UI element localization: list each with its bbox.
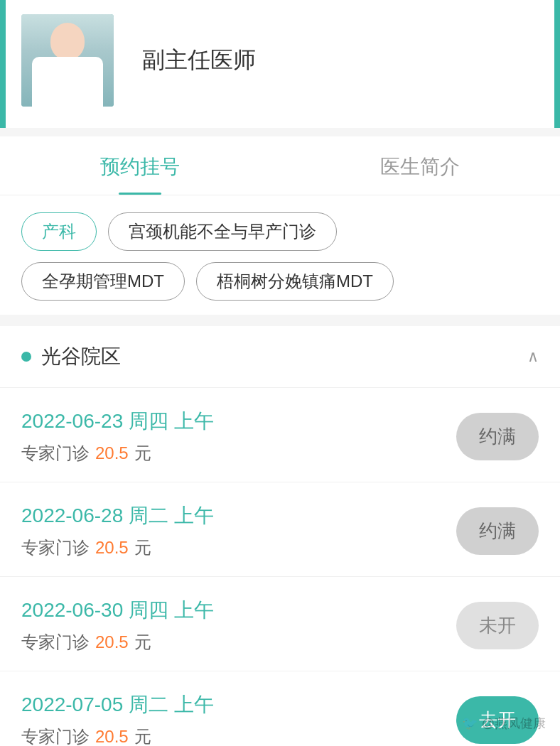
specialty-row-1: 产科 宫颈机能不全与早产门诊 bbox=[21, 212, 539, 251]
appointment-type: 专家门诊 bbox=[21, 442, 90, 465]
doctor-card: 副主任医师 bbox=[0, 0, 560, 128]
appointment-detail: 专家门诊 20.5 元 bbox=[21, 631, 456, 654]
specialties-section: 产科 宫颈机能不全与早产门诊 全孕期管理MDT 梧桐树分娩镇痛MDT bbox=[0, 195, 560, 315]
appointment-detail: 专家门诊 20.5 元 bbox=[21, 725, 456, 746]
hospital-status-dot bbox=[21, 352, 31, 362]
appointment-list: 2022-06-23 周四 上午 专家门诊 20.5 元 约满 2022-06-… bbox=[0, 388, 560, 746]
appointment-date: 2022-07-05 周二 上午 bbox=[21, 691, 456, 718]
appointment-type: 专家门诊 bbox=[21, 725, 90, 746]
appointment-price: 20.5 bbox=[95, 443, 129, 463]
appointment-unit: 元 bbox=[134, 536, 151, 559]
appointment-unit: 元 bbox=[134, 442, 151, 465]
tab-bar: 预约挂号 医生简介 bbox=[0, 136, 560, 195]
doctor-title: 副主任医师 bbox=[142, 45, 256, 76]
appointment-info: 2022-07-05 周二 上午 专家门诊 20.5 元 bbox=[21, 691, 456, 746]
full-button[interactable]: 约满 bbox=[456, 413, 539, 460]
appointment-date: 2022-06-28 周二 上午 bbox=[21, 502, 456, 529]
doctor-avatar-image bbox=[21, 14, 114, 107]
appointment-detail: 专家门诊 20.5 元 bbox=[21, 442, 456, 465]
appointment-type: 专家门诊 bbox=[21, 631, 90, 654]
appointment-date: 2022-06-30 周四 上午 bbox=[21, 597, 456, 624]
appointment-date: 2022-06-23 周四 上午 bbox=[21, 408, 456, 435]
table-row: 2022-06-28 周二 上午 专家门诊 20.5 元 约满 bbox=[0, 482, 560, 577]
appointment-price: 20.5 bbox=[95, 727, 129, 746]
appointment-unit: 元 bbox=[134, 725, 151, 746]
tab-intro[interactable]: 医生简介 bbox=[280, 136, 560, 195]
hospital-name: 光谷院区 bbox=[41, 343, 121, 370]
table-row: 2022-06-30 周四 上午 专家门诊 20.5 元 未开 bbox=[0, 577, 560, 671]
table-row: 2022-06-23 周四 上午 专家门诊 20.5 元 约满 bbox=[0, 388, 560, 482]
appointment-price: 20.5 bbox=[95, 538, 129, 558]
hospital-section: 光谷院区 ∧ 2022-06-23 周四 上午 专家门诊 20.5 元 约满 2… bbox=[0, 326, 560, 746]
doctor-avatar bbox=[21, 14, 114, 107]
appointment-info: 2022-06-28 周二 上午 专家门诊 20.5 元 bbox=[21, 502, 456, 559]
appointment-unit: 元 bbox=[134, 631, 151, 654]
specialty-tag-obstetrics[interactable]: 产科 bbox=[21, 212, 97, 251]
appointment-detail: 专家门诊 20.5 元 bbox=[21, 536, 456, 559]
specialty-row-2: 全孕期管理MDT 梧桐树分娩镇痛MDT bbox=[21, 262, 539, 301]
appointment-info: 2022-06-23 周四 上午 专家门诊 20.5 元 bbox=[21, 408, 456, 465]
appointment-price: 20.5 bbox=[95, 632, 129, 652]
not-open-button[interactable]: 未开 bbox=[456, 602, 539, 649]
specialty-tag-delivery-mdt[interactable]: 梧桐树分娩镇痛MDT bbox=[196, 262, 394, 301]
hospital-name-wrap: 光谷院区 bbox=[21, 343, 121, 370]
table-row: 2022-07-05 周二 上午 专家门诊 20.5 元 去开 bbox=[0, 671, 560, 746]
full-button[interactable]: 约满 bbox=[456, 507, 539, 555]
hospital-header[interactable]: 光谷院区 ∧ bbox=[0, 326, 560, 388]
tab-appointment[interactable]: 预约挂号 bbox=[0, 136, 280, 195]
chevron-up-icon: ∧ bbox=[527, 347, 539, 366]
appointment-type: 专家门诊 bbox=[21, 536, 90, 559]
specialty-tag-cervical[interactable]: 宫颈机能不全与早产门诊 bbox=[108, 212, 337, 251]
specialty-tag-pregnancy-mdt[interactable]: 全孕期管理MDT bbox=[21, 262, 185, 301]
available-button[interactable]: 去开 bbox=[456, 696, 539, 744]
appointment-info: 2022-06-30 周四 上午 专家门诊 20.5 元 bbox=[21, 597, 456, 654]
